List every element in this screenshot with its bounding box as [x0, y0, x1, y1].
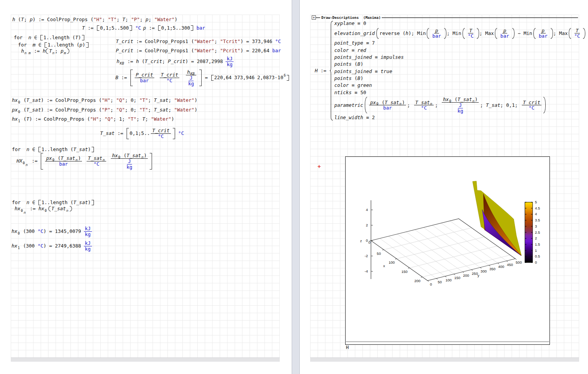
- expr-for-T[interactable]: for n ∈ 1..length (T): [14, 35, 85, 40]
- math-number: 1: [42, 200, 45, 205]
- maxima-3d-plot[interactable]: 420-2-4z050100150200x0501001502002503003…: [345, 156, 550, 345]
- math-operator: ;: [125, 17, 131, 22]
- math-number: 2749,6388: [55, 243, 81, 249]
- math-variable: T_sat: [74, 147, 88, 152]
- expr-px0-def[interactable]: px0 (T_sat) := CoolProp_Props ("P"; "Q";…: [12, 107, 197, 113]
- math-operator: ;: [134, 107, 139, 113]
- math-operator: ;: [480, 103, 486, 108]
- math-function: Min: [524, 31, 533, 36]
- math-variable: parametric: [334, 103, 363, 108]
- system-group: xyplane = 0elevation_gridreverse (h); Mi…: [329, 21, 588, 121]
- subscript: n: [75, 158, 77, 162]
- paren-group: pbar: [495, 28, 514, 39]
- expr-h-def[interactable]: h (T; p) := CoolProp_Props ("H"; "T"; T;…: [12, 17, 177, 22]
- math-unit: kg: [127, 165, 132, 170]
- expr-Pcrit[interactable]: P_crit := CoolProp_Props1 ("Water"; "Pcr…: [116, 48, 281, 53]
- math-operator: ;: [214, 48, 220, 53]
- math-unit: J: [459, 103, 462, 108]
- math-variable: n: [27, 147, 30, 152]
- math-number: 1: [18, 246, 20, 250]
- math-number: 1: [42, 147, 45, 152]
- subscript: n: [399, 102, 401, 106]
- math-operator: ;: [125, 98, 130, 103]
- expr-hx0-n[interactable]: hx0n := hx0T_satn: [15, 206, 72, 211]
- math-operator: ;: [500, 103, 506, 108]
- math-unit: °C: [35, 243, 43, 249]
- expr-hx0-300[interactable]: hx0 (300 °C) = 1345,0079kJkg: [12, 226, 93, 237]
- math-string: "T": [139, 98, 148, 103]
- right-paren: [543, 97, 546, 113]
- expr-B[interactable]: B := P_critbarT_crit°ChKBJkg = 220,64373…: [115, 70, 289, 86]
- math-operator: ): [88, 147, 91, 152]
- math-number: 0: [131, 107, 134, 113]
- math-operator: ;: [435, 103, 441, 108]
- math-operator: ): [82, 42, 85, 48]
- expr-hx1-def[interactable]: hx1 (T) := CoolProp_Props ("H"; "Q"; 1; …: [12, 116, 174, 122]
- math-variable: points: [334, 76, 352, 81]
- expr-for-m[interactable]: for m ∈ 1..length (p): [18, 42, 89, 48]
- math-string: "Q": [105, 116, 114, 122]
- expr-Tsat-def[interactable]: T_sat := 0,1;5..T_crit°C °C: [100, 128, 184, 139]
- expr-hx1-300[interactable]: hx1 (300 °C) = 2749,6388kJkg: [12, 241, 93, 252]
- fraction: T_satn°C: [87, 156, 106, 167]
- math-operator: ;: [110, 107, 116, 113]
- group-body: T°C: [571, 28, 583, 39]
- math-variable: P_crit: [168, 59, 185, 64]
- right-paren: [67, 48, 69, 54]
- math-keyword: for: [12, 200, 27, 205]
- group-body: 0,1;5..T_crit°C: [129, 128, 173, 139]
- subscript: m: [64, 51, 66, 55]
- group-body: 1..length (T): [43, 35, 82, 40]
- math-number: 220,64: [214, 75, 232, 80]
- math-operator: ;: [479, 31, 485, 36]
- x-tick-label: 200: [414, 279, 421, 283]
- math-variable: p: [143, 25, 146, 31]
- plot-canvas[interactable]: 420-2-4z050100150200x0501001502002503003…: [346, 157, 550, 344]
- group-body: pbar: [536, 28, 551, 39]
- math-operator: ∈: [29, 147, 38, 152]
- expr-H-draw[interactable]: H := xyplane = 0elevation_gridreverse (h…: [315, 21, 588, 121]
- collapse-area-icon[interactable]: +: [312, 15, 316, 20]
- group-body: px0 (T_satn)bar; T_satn°C; hx0 (T_satn)J…: [367, 97, 543, 113]
- fraction-numerator: p: [541, 28, 546, 34]
- math-number: 1: [43, 35, 47, 40]
- fraction: kJkg: [84, 241, 92, 252]
- fraction-numerator: T_crit: [522, 100, 541, 106]
- math-operator: :=: [27, 206, 38, 211]
- paren-group: T°C: [463, 28, 479, 39]
- expr-Tcrit[interactable]: T_crit := CoolProp_Props1 ("Water"; "Tcr…: [116, 39, 281, 44]
- y-tick: [445, 276, 446, 277]
- expr-T-range[interactable]: T := 0,1;5..500 °C: [82, 25, 141, 31]
- math-variable: hx: [443, 97, 449, 102]
- fraction-denominator: kg: [125, 165, 134, 170]
- group-body: 1..length (p): [47, 42, 86, 48]
- expr-h-nm[interactable]: hn m := hTn; pm: [21, 48, 70, 54]
- subscript: 1: [18, 119, 20, 123]
- math-variable: T: [576, 28, 579, 33]
- x-tick-label: 50: [377, 251, 381, 256]
- expr-hx0-def[interactable]: hx0 (T_sat) := CoolProp_Props ("H"; "Q";…: [12, 98, 197, 103]
- math-operator: ) :=: [33, 17, 47, 22]
- expr-HX0[interactable]: HX0n := px0 (T_satn)barT_satn°Chx0 (T_sa…: [17, 153, 152, 170]
- math-variable: T_sat: [458, 97, 472, 102]
- expr-for-Tsat-1[interactable]: for n ∈ 1..length (T_sat): [12, 147, 94, 152]
- expr-for-Tsat-2[interactable]: for n ∈ 1..length (T_sat): [12, 200, 94, 205]
- math-number: 0: [376, 102, 378, 106]
- expr-hKB[interactable]: hKB := h (T_crit; P_crit) = 2087,2998kJk…: [117, 56, 235, 67]
- math-number: 220,64: [252, 48, 269, 53]
- expr-p-range[interactable]: p := 0,1;5..300 bar: [143, 25, 205, 31]
- math-operator: :=: [115, 131, 126, 136]
- math-operator: ): [78, 156, 81, 161]
- math-unit: °C: [468, 33, 474, 39]
- math-variable: T_sat: [154, 107, 169, 113]
- draw-description-row: color = red: [334, 48, 366, 53]
- insert-cursor-cross[interactable]: +: [317, 163, 321, 170]
- draw-description-row: color = green: [334, 83, 372, 88]
- math-variable: T_sat: [27, 98, 41, 103]
- math-variable: T: [21, 17, 24, 22]
- math-function: length: [52, 35, 69, 40]
- draw-description-row: point_type = 7: [334, 40, 375, 46]
- group-body: Tn; pm: [48, 48, 67, 54]
- z-tick-label: 0: [366, 238, 368, 243]
- surface-elevation-grid: [473, 181, 521, 256]
